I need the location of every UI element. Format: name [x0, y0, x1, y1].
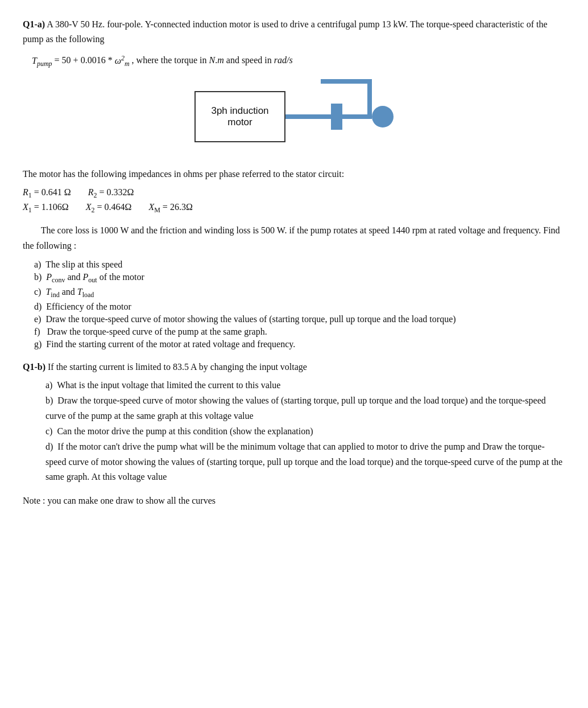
shaft-line: [285, 114, 331, 119]
impedance-intro: The motor has the following impedances i…: [23, 166, 565, 183]
item-c-label: c): [34, 287, 45, 297]
item-g-text: Find the starting current of the motor a…: [46, 339, 295, 349]
load-vertical-bar: [367, 79, 372, 119]
q1b-b-text: Draw the torque-speed curve of motor sho…: [45, 396, 546, 420]
q1b-sub-list: a) What is the input voltage that limite…: [45, 380, 565, 484]
formula-omega: ω2m: [115, 56, 130, 65]
formula-t: Tpump: [32, 56, 52, 65]
list-item: f) Draw the torque-speed curve of the pu…: [34, 327, 565, 337]
item-d-label: d): [34, 302, 46, 311]
motor-box: 3ph induction motor: [194, 91, 285, 142]
q1b-d-text: If the motor can't drive the pump what w…: [45, 442, 562, 481]
q1b-intro: Q1-b) If the starting current is limited…: [23, 360, 565, 374]
q1b-d-label: d): [45, 442, 57, 451]
x1-value: X1 = 1.106Ω: [23, 202, 69, 215]
motor-diagram-container: 3ph induction motor: [23, 80, 565, 154]
item-b-text: Pconv and Pout of the motor: [46, 272, 144, 282]
q1a-intro-paragraph: Q1-a) A 380-V 50 Hz. four-pole. Y-connec…: [23, 17, 565, 46]
note-paragraph: Note : you can make one draw to show all…: [23, 493, 565, 508]
list-item: b) Draw the torque-speed curve of motor …: [45, 393, 565, 423]
formula-equals: = 50 + 0.0016 *: [52, 56, 115, 65]
q1b-a-label: a): [45, 380, 57, 390]
q1b-c-text: Can the motor drive the pump at this con…: [57, 426, 313, 436]
pump-circle: [372, 106, 394, 127]
list-item: d) Efficiency of the motor: [34, 302, 565, 312]
load-top-bar: [321, 79, 372, 84]
shaft-line2: [342, 114, 371, 119]
item-e-label: e): [34, 314, 45, 324]
item-a-label: a): [34, 260, 45, 269]
item-f-text: Draw the torque-speed curve of the pump …: [47, 327, 267, 336]
q1b-text: If the starting current is limited to 83…: [45, 362, 307, 372]
motor-diagram: 3ph induction motor: [194, 91, 394, 142]
motor-label-line1: 3ph induction: [211, 105, 268, 117]
r2-value: R2 = 0.332Ω: [88, 187, 134, 200]
item-e-text: Draw the torque-speed curve of motor sho…: [45, 314, 456, 324]
impedance-row1: R1 = 0.641 Ω R2 = 0.332Ω: [23, 187, 565, 200]
item-b-label: b): [34, 272, 46, 282]
list-item: a) The slip at this speed: [34, 260, 565, 270]
list-item: a) What is the input voltage that limite…: [45, 380, 565, 390]
formula-units: , where the torque in N.m and speed in r…: [130, 56, 293, 65]
list-item: c) Can the motor drive the pump at this …: [45, 426, 565, 437]
q1b-label: Q1-b): [23, 362, 45, 372]
coupling-block: [331, 104, 342, 130]
q1a-label: Q1-a): [23, 19, 45, 29]
impedance-row2: X1 = 1.106Ω X2 = 0.464Ω XM = 26.3Ω: [23, 202, 565, 215]
q1b-a-text: What is the input voltage that limited t…: [57, 380, 280, 390]
motor-label-line2: motor: [227, 117, 252, 128]
list-item: b) Pconv and Pout of the motor: [34, 272, 565, 285]
item-f-label: f): [34, 327, 47, 336]
q1b-b-label: b): [45, 396, 57, 405]
list-item: e) Draw the torque-speed curve of motor …: [34, 314, 565, 324]
list-item: c) Tind and Tload: [34, 287, 565, 299]
list-item: g) Find the starting current of the moto…: [34, 339, 565, 349]
xm-value: XM = 26.3Ω: [148, 202, 192, 215]
list-item: d) If the motor can't drive the pump wha…: [45, 439, 565, 484]
x2-value: X2 = 0.464Ω: [86, 202, 132, 215]
description-paragraph: The core loss is 1000 W and the friction…: [23, 223, 565, 253]
q1a-intro-text: A 380-V 50 Hz. four-pole. Y-connected in…: [23, 19, 548, 44]
q1b-c-label: c): [45, 426, 57, 436]
formula-line: Tpump = 50 + 0.0016 * ω2m , where the to…: [23, 52, 565, 69]
item-a-text: The slip at this speed: [45, 260, 122, 269]
item-d-text: Efficiency of the motor: [46, 302, 131, 311]
r1-value: R1 = 0.641 Ω: [23, 187, 71, 200]
item-g-label: g): [34, 339, 46, 349]
shaft-assembly: [285, 104, 394, 130]
item-c-text: Tind and Tload: [45, 287, 94, 297]
questions-a-list: a) The slip at this speed b) Pconv and P…: [34, 260, 565, 349]
